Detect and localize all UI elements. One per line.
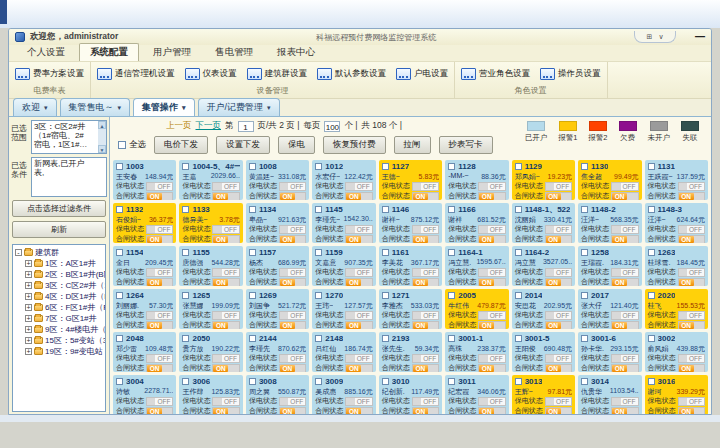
card-checkbox[interactable]	[116, 378, 123, 385]
meter-card[interactable]: 1130焦全超99.49元保电状态OFF合闸状态ON	[578, 160, 641, 200]
ribbon-button[interactable]: 通信管理机设置	[97, 68, 175, 80]
card-checkbox[interactable]	[448, 206, 455, 213]
next-page-link[interactable]: 下一页	[196, 120, 222, 132]
card-checkbox[interactable]	[448, 249, 455, 256]
tree-item[interactable]: +1区：A区1#井	[15, 258, 105, 269]
expand-icon[interactable]: +	[25, 271, 32, 278]
card-checkbox[interactable]	[382, 249, 389, 256]
card-checkbox[interactable]	[581, 378, 588, 385]
card-checkbox[interactable]	[648, 335, 655, 342]
meter-card[interactable]: 2148吕红仙186.74元保电状态OFF合闸状态ON	[312, 332, 375, 372]
meter-card[interactable]: 1133德异美~3.78元保电状态OFF合闸状态ON	[179, 203, 242, 243]
menu-tab[interactable]: 售电管理	[205, 44, 263, 61]
meter-card[interactable]: 1128-MM-~88.36元保电状态OFF合闸状态ON	[445, 160, 508, 200]
card-checkbox[interactable]	[249, 249, 256, 256]
tree-item[interactable]: +15区：5#变站（3#变电	[15, 335, 105, 346]
card-checkbox[interactable]	[382, 163, 389, 170]
document-tab[interactable]: 欢迎▾	[13, 98, 57, 116]
card-checkbox[interactable]	[515, 335, 522, 342]
ribbon-button[interactable]: 户电设置	[396, 68, 448, 80]
toolbar-button[interactable]: 设置下发	[216, 136, 270, 154]
meter-card[interactable]: 2020桂飞155.53元保电状态OFF合闸状态ON	[645, 289, 708, 329]
card-checkbox[interactable]	[315, 249, 322, 256]
scroll-down-icon[interactable]: ▼	[98, 145, 106, 153]
toolbar-button[interactable]: 电价下发	[154, 136, 208, 154]
toolbar-button[interactable]: 拉闸	[394, 136, 431, 154]
meter-card[interactable]: 1155唐德强544.28元保电状态OFF合闸状态ON	[179, 246, 242, 286]
card-checkbox[interactable]	[382, 206, 389, 213]
menu-tab[interactable]: 报表中心	[267, 44, 325, 61]
meter-card[interactable]: 1161李美花367.17元保电状态OFF合闸状态ON	[379, 246, 442, 286]
card-checkbox[interactable]	[382, 335, 389, 342]
meter-card[interactable]: 3001-1高珠238.37元保电状态OFF合闸状态ON	[445, 332, 508, 372]
card-checkbox[interactable]	[382, 378, 389, 385]
card-checkbox[interactable]	[648, 163, 655, 170]
scroll-up-icon[interactable]: ▲	[98, 121, 106, 129]
filter-select-button[interactable]: 点击选择过滤条件	[12, 200, 106, 217]
card-checkbox[interactable]	[581, 292, 588, 299]
selected-range-listbox[interactable]: 3区：C区2#井（1#宿电、2#宿电，1区1#… ▲ ▼	[31, 120, 107, 154]
expand-icon[interactable]: +	[25, 315, 32, 322]
collapse-icon[interactable]: -	[15, 249, 22, 256]
card-checkbox[interactable]	[116, 335, 123, 342]
card-checkbox[interactable]	[382, 292, 389, 299]
meter-card[interactable]: 2014安思花202.95元保电状态OFF合闸状态ON	[512, 289, 575, 329]
ribbon-button[interactable]: 默认参数设置	[317, 68, 386, 80]
meter-card[interactable]: 1164-1冯立慧.1595.67..保电状态OFF合闸状态ON	[445, 246, 508, 286]
meter-card[interactable]: 1270王玮~127.57元保电状态OFF合闸状态ON	[312, 289, 375, 329]
tree-item[interactable]: +9区：4#楼电井（4#楼	[15, 324, 105, 335]
tree-item[interactable]: +7区：G区1#井	[15, 313, 105, 324]
meter-card[interactable]: 2017张大仔121.40元保电状态OFF合闸状态ON	[578, 289, 641, 329]
card-checkbox[interactable]	[581, 335, 588, 342]
meter-card[interactable]: 1132石俊娟~36.37元保电状态OFF合闸状态ON	[113, 203, 176, 243]
card-checkbox[interactable]	[116, 292, 123, 299]
card-checkbox[interactable]	[515, 206, 522, 213]
meter-card[interactable]: 1148-3汪洋~624.64元保电状态OFF合闸状态ON	[645, 203, 708, 243]
card-checkbox[interactable]	[249, 292, 256, 299]
ribbon-button[interactable]: 操作员设置	[540, 68, 601, 80]
tree-item[interactable]: +3区：C区2#井（1#宿	[15, 280, 105, 291]
card-checkbox[interactable]	[515, 163, 522, 170]
select-all[interactable]: 全选	[118, 139, 146, 151]
meter-card[interactable]: 1127王德~5.83元保电状态OFF合闸状态ON	[379, 160, 442, 200]
card-checkbox[interactable]	[116, 206, 123, 213]
card-checkbox[interactable]	[648, 292, 655, 299]
card-checkbox[interactable]	[515, 292, 522, 299]
meter-card[interactable]: 3001-6孙卡华.293.15元保电状态OFF合闸状态ON	[578, 332, 641, 372]
meter-card[interactable]: 3002俞风娟439.88元保电状态OFF合闸状态ON	[645, 332, 708, 372]
card-checkbox[interactable]	[648, 378, 655, 385]
meter-card[interactable]: 3006王作肆125.83元保电状态OFF合闸状态ON	[179, 375, 242, 414]
card-checkbox[interactable]	[249, 378, 256, 385]
card-checkbox[interactable]	[515, 378, 522, 385]
meter-card[interactable]: 3016谢珂339.29元保电状态OFF合闸状态ON	[645, 375, 708, 414]
meter-card[interactable]: 1148-1、522沈丽娟330.41元保电状态OFF合闸状态ON	[512, 203, 575, 243]
card-checkbox[interactable]	[249, 163, 256, 170]
meter-card[interactable]: 1264刘丽娜.57.30元保电状态OFF合闸状态ON	[113, 289, 176, 329]
card-checkbox[interactable]	[116, 249, 123, 256]
tree-root[interactable]: - 建筑群	[15, 247, 105, 258]
meter-card[interactable]: 1269刘国争521.72元保电状态OFF合闸状态ON	[246, 289, 309, 329]
per-page-input[interactable]: 100	[324, 121, 340, 132]
meter-card[interactable]: 3013王辉~97.81元保电状态OFF合闸状态ON	[512, 375, 575, 414]
toolbar-button[interactable]: 抄表写卡	[439, 136, 493, 154]
meter-card[interactable]: 3014仇贵华1103.54..保电状态OFF合闸状态ON	[578, 375, 641, 414]
card-checkbox[interactable]	[448, 292, 455, 299]
meter-card[interactable]: 2050贵方放190.22元保电状态OFF合闸状态ON	[179, 332, 242, 372]
meter-card[interactable]: 1164-2冯立慧3527.05..保电状态OFF合闸状态ON	[512, 246, 575, 286]
meter-card[interactable]: 3008周之翼550.87元保电状态OFF合闸状态ON	[246, 375, 309, 414]
card-checkbox[interactable]	[648, 206, 655, 213]
select-all-checkbox[interactable]	[118, 141, 126, 149]
meter-card[interactable]: 1129郑凤娟~19.23元保电状态OFF合闸状态ON	[512, 160, 575, 200]
meter-card[interactable]: 1265张慧娜199.09元保电状态OFF合闸状态ON	[179, 289, 242, 329]
meter-card[interactable]: 1159文嘉意907.35元保电状态OFF合闸状态ON	[312, 246, 375, 286]
card-checkbox[interactable]	[182, 335, 189, 342]
meter-card[interactable]: 3009吴成惠885.16元保电状态OFF合闸状态ON	[312, 375, 375, 414]
skin-icon[interactable]: ⊞	[647, 33, 653, 41]
meter-card[interactable]: 3010纪创新.117.49元保电状态OFF合闸状态ON	[379, 375, 442, 414]
meter-card[interactable]: 1003王安春148.94元保电状态OFF合闸状态ON	[113, 160, 176, 200]
card-checkbox[interactable]	[581, 206, 588, 213]
prev-page-link[interactable]: 上一页	[166, 120, 192, 132]
meter-card[interactable]: 1146谢祥~875.12元保电状态OFF合闸状态ON	[379, 203, 442, 243]
card-checkbox[interactable]	[182, 206, 189, 213]
card-checkbox[interactable]	[182, 163, 189, 170]
